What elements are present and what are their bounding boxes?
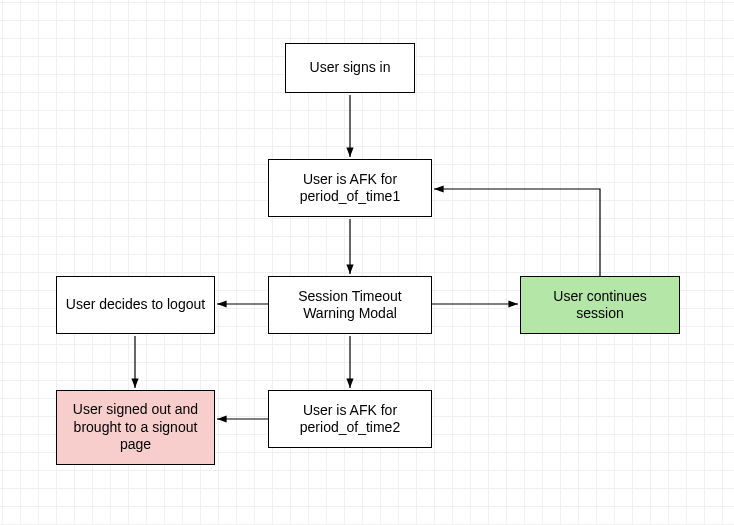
node-logout: User decides to logout [56, 276, 215, 334]
node-signedout: User signed out and brought to a signout… [56, 390, 215, 465]
node-afk1: User is AFK for period_of_time1 [268, 159, 432, 217]
node-modal: Session Timeout Warning Modal [268, 276, 432, 334]
node-signin: User signs in [285, 43, 415, 93]
node-continues: User continues session [520, 276, 680, 334]
node-afk2: User is AFK for period_of_time2 [268, 390, 432, 448]
